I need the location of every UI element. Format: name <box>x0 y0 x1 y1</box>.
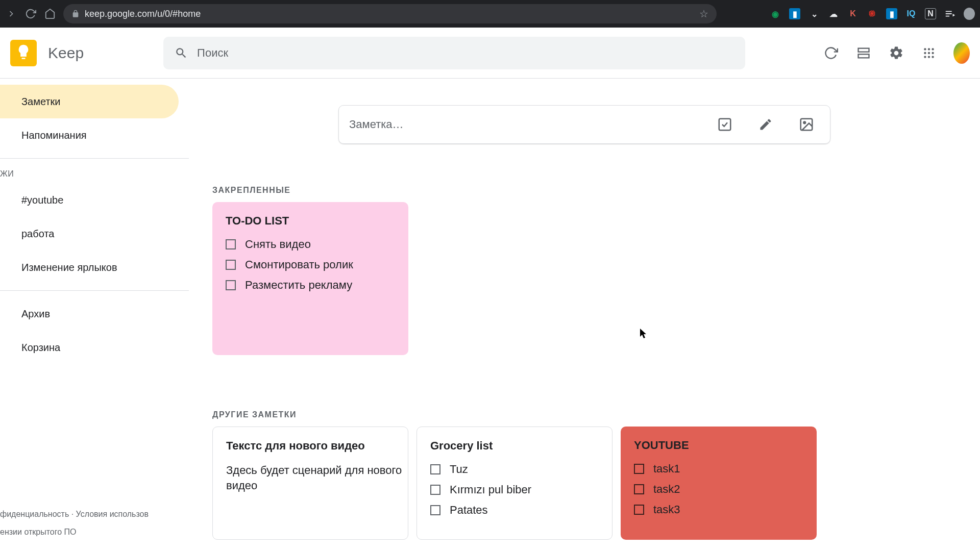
new-note-input[interactable]: Заметка… <box>338 105 830 144</box>
sidebar-section-labels: жи <box>0 165 189 183</box>
section-pinned: ЗАКРЕПЛЕННЫЕ <box>212 186 975 195</box>
sidebar-item-label: Заметки <box>21 96 61 108</box>
check-row[interactable]: Разместить рекламу <box>226 279 405 292</box>
note-card-youtube[interactable]: YOUTUBE task1 task2 task3 <box>621 427 817 540</box>
check-label: task3 <box>653 503 680 516</box>
check-label: Tuz <box>450 463 468 476</box>
keep-logo[interactable] <box>10 40 37 66</box>
check-row[interactable]: task3 <box>634 503 814 516</box>
search-box[interactable]: Поиск <box>163 37 745 69</box>
apps-grid-button[interactable] <box>921 45 937 61</box>
checkbox-icon[interactable] <box>226 280 236 290</box>
note-title: Grocery list <box>430 438 609 454</box>
settings-button[interactable] <box>888 45 904 61</box>
checkbox-icon[interactable] <box>430 464 440 474</box>
app-title: Keep <box>48 44 84 62</box>
star-icon[interactable]: ☆ <box>699 8 708 20</box>
svg-point-13 <box>803 121 805 123</box>
ext-spiral-icon[interactable]: ֎ <box>867 8 878 19</box>
checkbox-icon[interactable] <box>634 484 644 494</box>
ext-pocket-icon[interactable]: ⌄ <box>808 8 820 19</box>
checkbox-icon[interactable] <box>226 260 236 270</box>
check-label: Разместить рекламу <box>245 279 352 292</box>
sidebar-item-notes[interactable]: Заметки <box>0 85 179 118</box>
check-row[interactable]: Tuz <box>430 463 609 476</box>
check-label: Kırmızı pul biber <box>450 483 531 496</box>
svg-point-2 <box>924 48 926 50</box>
new-note-placeholder: Заметка… <box>349 118 404 131</box>
new-checklist-button[interactable] <box>717 116 733 133</box>
sidebar: Заметки Напоминания жи #youtube работа И… <box>0 79 189 551</box>
note-title: Текстс для нового видео <box>226 438 405 454</box>
sidebar-item-label: Изменение ярлыков <box>21 262 117 273</box>
checkbox-icon[interactable] <box>430 505 440 515</box>
url-bar[interactable]: keep.google.com/u/0/#home ☆ <box>63 4 717 23</box>
ext-evernote-icon[interactable]: ◉ <box>770 8 781 19</box>
svg-point-7 <box>932 52 934 54</box>
ext-k-icon[interactable]: K <box>847 8 859 19</box>
sidebar-item-label: Корзина <box>21 342 60 354</box>
svg-point-9 <box>928 56 930 58</box>
svg-rect-11 <box>719 119 731 131</box>
sidebar-item-label: #youtube <box>21 194 63 206</box>
check-row[interactable]: Смонтировать ролик <box>226 258 405 271</box>
sidebar-item-trash[interactable]: Корзина <box>0 331 179 364</box>
forward-icon[interactable] <box>5 8 17 20</box>
section-others: ДРУГИЕ ЗАМЕТКИ <box>212 410 975 419</box>
ext-cloud-icon[interactable]: ☁ <box>828 8 839 19</box>
checkbox-icon[interactable] <box>634 464 644 474</box>
sidebar-item-label: работа <box>21 228 54 240</box>
footer-line2[interactable]: ензии открытого ПО <box>0 523 149 541</box>
svg-point-4 <box>932 48 934 50</box>
svg-point-6 <box>928 52 930 54</box>
extension-icons: ◉ ▮ ⌄ ☁ K ֎ ▮ IQ N <box>770 8 975 19</box>
ext-trello2-icon[interactable]: ▮ <box>886 8 897 19</box>
svg-point-8 <box>924 56 926 58</box>
ext-iq-icon[interactable]: IQ <box>905 8 917 19</box>
cursor-icon <box>640 329 648 339</box>
check-label: task2 <box>653 483 680 496</box>
search-placeholder: Поиск <box>197 46 228 60</box>
note-card-text[interactable]: Текстс для нового видео Здесь будет сцен… <box>212 427 408 540</box>
check-row[interactable]: task2 <box>634 483 814 496</box>
note-title: YOUTUBE <box>634 438 814 453</box>
new-image-button[interactable] <box>798 116 815 133</box>
account-avatar[interactable] <box>953 45 970 61</box>
note-card-todo[interactable]: TO-DO LIST Снять видео Смонтировать роли… <box>212 202 408 355</box>
ext-notion-icon[interactable]: N <box>925 8 936 19</box>
sidebar-item-reminders[interactable]: Напоминания <box>0 118 179 152</box>
browser-bar: keep.google.com/u/0/#home ☆ ◉ ▮ ⌄ ☁ K ֎ … <box>0 0 980 28</box>
svg-rect-1 <box>859 54 869 58</box>
check-row[interactable]: task1 <box>634 462 814 475</box>
check-row[interactable]: Kırmızı pul biber <box>430 483 609 496</box>
svg-point-3 <box>928 48 930 50</box>
ext-playlist-icon[interactable] <box>944 8 955 19</box>
new-drawing-button[interactable] <box>757 116 774 133</box>
check-row[interactable]: Patates <box>430 504 609 517</box>
checkbox-icon[interactable] <box>634 505 644 515</box>
check-label: task1 <box>653 462 680 475</box>
reload-icon[interactable] <box>24 8 37 20</box>
check-row[interactable]: Снять видео <box>226 238 405 251</box>
footer-links: фиденциальность · Условия использов ензи… <box>0 505 149 541</box>
sidebar-label-youtube[interactable]: #youtube <box>0 183 179 217</box>
lock-icon <box>71 10 80 18</box>
checkbox-icon[interactable] <box>430 485 440 495</box>
sidebar-edit-labels[interactable]: Изменение ярлыков <box>0 251 179 284</box>
sidebar-item-archive[interactable]: Архив <box>0 297 179 331</box>
sidebar-label-work[interactable]: работа <box>0 217 179 251</box>
list-view-button[interactable] <box>855 45 872 61</box>
search-icon <box>175 46 188 60</box>
checkbox-icon[interactable] <box>226 239 236 249</box>
ext-trello-icon[interactable]: ▮ <box>789 8 800 19</box>
main: Заметка… ЗАКРЕПЛЕННЫЕ TO-DO LIST Снять <box>189 79 980 551</box>
refresh-button[interactable] <box>823 45 839 61</box>
svg-point-5 <box>924 52 926 54</box>
note-title: TO-DO LIST <box>226 213 405 229</box>
sidebar-item-label: Напоминания <box>21 130 87 141</box>
home-icon[interactable] <box>44 8 56 20</box>
note-card-grocery[interactable]: Grocery list Tuz Kırmızı pul biber Patat… <box>416 427 612 540</box>
footer-line1[interactable]: фиденциальность · Условия использов <box>0 505 149 523</box>
browser-avatar[interactable] <box>964 8 975 19</box>
note-body: Здесь будет сценарий для нового видео <box>226 463 405 494</box>
